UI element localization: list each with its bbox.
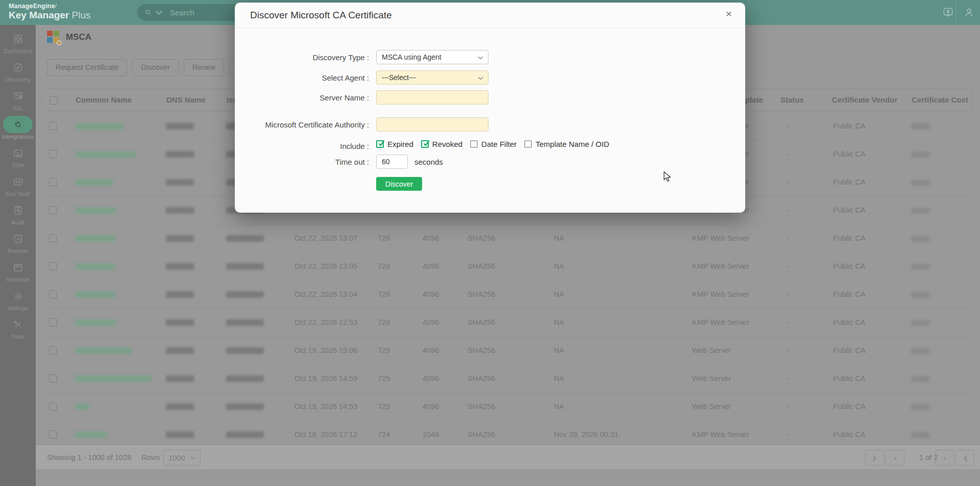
brand-top: ManageEngine xyxy=(9,3,55,10)
server-name-input[interactable] xyxy=(382,91,483,104)
user-icon[interactable] xyxy=(963,7,975,18)
cell-template: KMP Web Server xyxy=(692,309,749,337)
sidebar-item-integrations[interactable]: Intergrations xyxy=(0,116,36,140)
cell-template: KMP Web Server xyxy=(692,224,749,252)
rows-per-page-value: 1000 xyxy=(168,454,185,462)
sidebar-item-key-vault[interactable]: Key Vault xyxy=(0,173,36,197)
common-name-redacted[interactable] xyxy=(75,403,89,410)
last-page-button[interactable]: ›| xyxy=(955,450,974,466)
row-checkbox[interactable] xyxy=(49,374,57,382)
select-all-checkbox[interactable] xyxy=(50,96,58,105)
include-option-date-filter[interactable]: Date Filter xyxy=(470,140,517,148)
cell-expiry: NA xyxy=(554,337,564,365)
table-row: Oct 22, 2026 12:537284096SHA256NAKMP Web… xyxy=(42,309,972,337)
include-option-revoked[interactable]: Revoked xyxy=(421,140,462,148)
sidebar-item-ssh[interactable]: SSHSSH xyxy=(0,144,36,168)
unchecked-checkbox-icon[interactable] xyxy=(524,140,532,148)
common-name-redacted[interactable] xyxy=(75,347,132,354)
sidebar-item-reports[interactable]: Reports xyxy=(0,230,36,254)
checked-checkbox-icon[interactable] xyxy=(421,140,429,148)
header-divider xyxy=(955,0,956,25)
include-option-template-name-oid[interactable]: Template Name / OID xyxy=(524,140,609,148)
include-option-label: Revoked xyxy=(432,140,462,148)
row-checkbox[interactable] xyxy=(49,430,57,439)
sidebar-item-audit[interactable]: Audit xyxy=(0,201,36,225)
issuer-redacted xyxy=(226,431,264,438)
row-checkbox[interactable] xyxy=(49,318,57,326)
request-certificate-button[interactable]: Request Certificate xyxy=(47,59,127,76)
common-name-redacted[interactable] xyxy=(75,235,115,242)
close-icon[interactable]: × xyxy=(726,8,732,19)
sidebar-item-label: Intergrations xyxy=(0,134,36,140)
sidebar-item-settings[interactable]: Settings xyxy=(0,287,36,311)
row-checkbox[interactable] xyxy=(49,122,57,130)
col-certificate-vendor[interactable]: Certificate Vendor xyxy=(832,89,897,111)
col-dns-name[interactable]: DNS Name xyxy=(166,89,206,111)
ms-certificate-authority-input[interactable] xyxy=(382,118,483,131)
sidebar-item-schedule[interactable]: Schedule xyxy=(0,259,36,283)
col-common-name[interactable]: Common Name xyxy=(76,89,132,111)
cost-redacted xyxy=(911,151,929,158)
timeout-input[interactable] xyxy=(382,155,402,168)
cell-template: Web Server xyxy=(692,393,731,421)
col-status[interactable]: Status xyxy=(780,89,804,111)
integrations-icon xyxy=(3,116,33,133)
common-name-redacted[interactable] xyxy=(75,123,124,130)
common-name-redacted[interactable] xyxy=(75,207,116,214)
page-title: MSCA xyxy=(66,32,91,42)
rows-per-page-select[interactable]: 1000 xyxy=(163,450,201,466)
cell-status: - xyxy=(786,280,789,309)
unchecked-checkbox-icon[interactable] xyxy=(470,140,478,148)
dns-name-redacted xyxy=(166,431,194,438)
cell-days: 728 xyxy=(378,309,390,337)
cell-valid-to: Oct 22, 2026 13:07 xyxy=(295,224,357,252)
page-title-row: MSCA xyxy=(47,31,91,43)
common-name-redacted[interactable] xyxy=(75,319,116,326)
include-options: ExpiredRevokedDate FilterTemplate Name /… xyxy=(376,138,609,149)
row-checkbox[interactable] xyxy=(49,206,57,214)
col-certificate-cost[interactable]: Certificate Cost xyxy=(912,89,968,111)
row-checkbox[interactable] xyxy=(49,178,57,186)
include-option-label: Template Name / OID xyxy=(535,140,609,148)
row-checkbox[interactable] xyxy=(49,346,57,354)
sidebar-item-tools[interactable]: Tools xyxy=(0,316,36,340)
feedback-icon[interactable] xyxy=(942,7,954,18)
first-page-button[interactable]: |‹ xyxy=(865,450,884,466)
checked-checkbox-icon[interactable] xyxy=(376,140,384,148)
common-name-redacted[interactable] xyxy=(75,431,107,438)
renew-button[interactable]: Renew xyxy=(184,59,224,76)
next-page-button[interactable]: › xyxy=(935,450,954,466)
common-name-redacted[interactable] xyxy=(75,151,136,158)
chevron-down-icon xyxy=(478,56,483,60)
sidebar-item-discovery[interactable]: Discovery xyxy=(0,59,36,83)
common-name-redacted[interactable] xyxy=(75,375,152,382)
sidebar-item-dashboard[interactable]: Dashboard xyxy=(0,30,36,54)
cell-vendor: Public CA xyxy=(833,112,866,140)
row-checkbox[interactable] xyxy=(49,290,57,298)
cell-key-length: 4096 xyxy=(423,224,439,252)
cell-algorithm: SHA256 xyxy=(468,421,495,446)
cell-days: 725 xyxy=(378,365,390,393)
common-name-redacted[interactable] xyxy=(75,179,113,186)
server-name-label: Server Name xyxy=(235,93,369,102)
sidebar-item-ssl[interactable]: SSL xyxy=(0,87,36,111)
row-checkbox[interactable] xyxy=(49,402,57,411)
schedule-icon xyxy=(3,259,33,276)
discover-button[interactable]: Discover xyxy=(132,59,178,76)
dns-name-redacted xyxy=(166,375,194,382)
cell-valid-to: Oct 19, 2026 14:53 xyxy=(295,393,357,421)
common-name-redacted[interactable] xyxy=(75,263,115,270)
select-agent-select[interactable]: ---Select--- xyxy=(376,70,488,85)
discover-submit-button[interactable]: Discover xyxy=(376,177,422,191)
row-checkbox[interactable] xyxy=(49,262,57,270)
brand-bold: Key Manager xyxy=(9,10,69,20)
discovery-type-select[interactable]: MSCA using Agent xyxy=(376,50,488,64)
include-option-expired[interactable]: Expired xyxy=(376,140,413,148)
row-checkbox[interactable] xyxy=(49,150,57,158)
prev-page-button[interactable]: ‹ xyxy=(886,450,904,466)
issuer-redacted xyxy=(226,347,264,354)
cell-key-length: 4096 xyxy=(423,337,439,365)
brand-light: Plus xyxy=(72,10,91,20)
common-name-redacted[interactable] xyxy=(75,291,115,298)
row-checkbox[interactable] xyxy=(49,234,57,242)
